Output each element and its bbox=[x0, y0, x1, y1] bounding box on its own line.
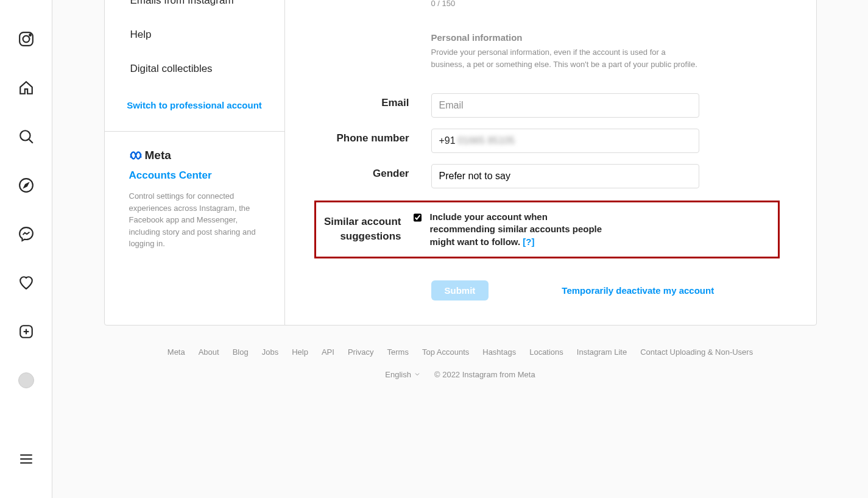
gender-input[interactable] bbox=[431, 164, 699, 188]
gender-label: Gender bbox=[322, 164, 431, 188]
svg-line-4 bbox=[29, 140, 32, 143]
hamburger-menu-icon[interactable] bbox=[12, 444, 41, 474]
footer-link-blog[interactable]: Blog bbox=[233, 347, 249, 357]
settings-content: app and edit your profile to change the … bbox=[285, 0, 816, 325]
sidebar-item-help[interactable]: Help bbox=[105, 18, 284, 52]
svg-point-1 bbox=[23, 36, 29, 43]
settings-panel: Supervision Login activity Emails from I… bbox=[104, 0, 817, 325]
chevron-down-icon bbox=[414, 371, 421, 378]
similar-accounts-help-link[interactable]: [?] bbox=[523, 237, 534, 247]
instagram-logo-icon[interactable] bbox=[12, 24, 41, 54]
phone-blurred-value: 01665 85105 bbox=[458, 135, 515, 146]
footer-link-terms[interactable]: Terms bbox=[387, 347, 409, 357]
messenger-icon[interactable] bbox=[12, 219, 41, 249]
similar-accounts-highlight: Similar account suggestions Include your… bbox=[314, 201, 780, 258]
home-icon[interactable] bbox=[12, 73, 41, 102]
meta-accounts-box: Meta Accounts Center Control settings fo… bbox=[105, 131, 284, 274]
similar-accounts-check-label: Include your account when recommending s… bbox=[430, 211, 602, 248]
submit-button[interactable]: Submit bbox=[431, 280, 489, 301]
footer-link-top-accounts[interactable]: Top Accounts bbox=[422, 347, 469, 357]
profile-avatar[interactable] bbox=[12, 366, 41, 395]
main-area: Supervision Login activity Emails from I… bbox=[52, 0, 868, 498]
deactivate-account-link[interactable]: Temporarily deactivate my account bbox=[562, 285, 714, 296]
phone-prefix: +91 bbox=[439, 135, 456, 146]
sidebar-item-digital-collectibles[interactable]: Digital collectibles bbox=[105, 52, 284, 86]
footer-link-about[interactable]: About bbox=[199, 347, 219, 357]
settings-sidebar: Supervision Login activity Emails from I… bbox=[105, 0, 285, 325]
phone-input[interactable]: +91 01665 85105 bbox=[431, 129, 699, 153]
search-icon[interactable] bbox=[12, 122, 41, 151]
footer-link-contact-uploading[interactable]: Contact Uploading & Non-Users bbox=[640, 347, 753, 357]
footer-link-privacy[interactable]: Privacy bbox=[348, 347, 374, 357]
footer-link-help[interactable]: Help bbox=[292, 347, 308, 357]
meta-brand-text: Meta bbox=[145, 149, 171, 162]
footer-link-api[interactable]: API bbox=[322, 347, 334, 357]
footer-link-meta[interactable]: Meta bbox=[168, 347, 185, 357]
email-label: Email bbox=[322, 93, 431, 118]
copyright-text: © 2022 Instagram from Meta bbox=[434, 370, 535, 379]
personal-info-heading: Personal information bbox=[431, 32, 699, 43]
svg-point-3 bbox=[20, 130, 30, 140]
personal-info-desc: Provide your personal information, even … bbox=[431, 46, 699, 70]
language-select[interactable]: English bbox=[385, 370, 421, 379]
footer-link-instagram-lite[interactable]: Instagram Lite bbox=[577, 347, 627, 357]
svg-point-2 bbox=[29, 34, 31, 36]
footer-link-hashtags[interactable]: Hashtags bbox=[482, 347, 516, 357]
meta-logo: Meta bbox=[129, 149, 260, 162]
create-icon[interactable] bbox=[12, 317, 41, 346]
nav-rail bbox=[0, 0, 52, 498]
footer-links: Meta About Blog Jobs Help API Privacy Te… bbox=[104, 347, 817, 357]
language-label: English bbox=[385, 370, 411, 379]
footer: Meta About Blog Jobs Help API Privacy Te… bbox=[104, 325, 817, 416]
switch-professional-link[interactable]: Switch to professional account bbox=[105, 86, 284, 131]
heart-icon[interactable] bbox=[12, 268, 41, 297]
bio-char-count: 0 / 150 bbox=[431, 0, 699, 8]
accounts-center-link[interactable]: Accounts Center bbox=[129, 169, 260, 182]
explore-icon[interactable] bbox=[12, 171, 41, 200]
similar-accounts-checkbox[interactable] bbox=[414, 212, 422, 223]
similar-accounts-label: Similar account suggestions bbox=[322, 211, 414, 248]
phone-label: Phone number bbox=[322, 129, 431, 153]
footer-link-jobs[interactable]: Jobs bbox=[262, 347, 278, 357]
email-input[interactable] bbox=[431, 93, 699, 118]
meta-description: Control settings for connected experienc… bbox=[129, 190, 260, 250]
bio-label: Bio bbox=[322, 0, 431, 82]
sidebar-item-emails[interactable]: Emails from Instagram bbox=[105, 0, 284, 18]
svg-marker-6 bbox=[24, 183, 28, 188]
footer-link-locations[interactable]: Locations bbox=[529, 347, 563, 357]
